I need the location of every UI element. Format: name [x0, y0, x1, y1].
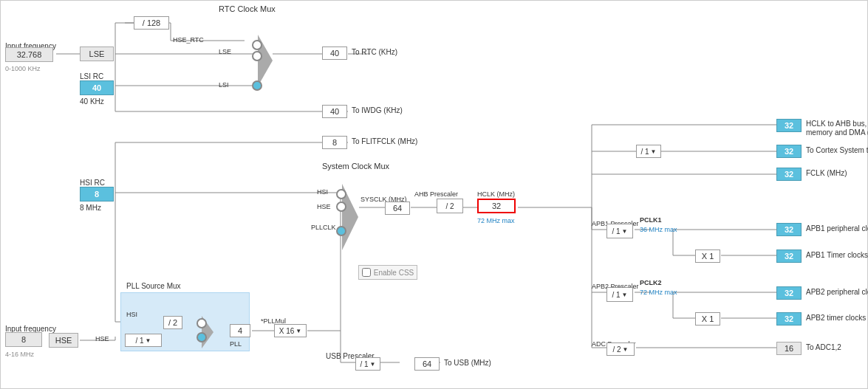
lse-mux-label: LSE [219, 47, 231, 55]
div128-box: / 128 [134, 16, 169, 30]
apb1-prescaler-dropdown[interactable]: / 1 ▼ [606, 224, 633, 238]
flitfclk-value: 8 [322, 136, 347, 149]
enable-css-checkbox[interactable] [362, 268, 371, 277]
pll-mux-hse-selector[interactable] [197, 332, 207, 342]
apb1-peri-out-value: 32 [776, 223, 802, 236]
flitfclk-label: To FLITFCLK (MHz) [352, 137, 417, 145]
rtc-mux-lsi-selector[interactable] [252, 80, 262, 91]
apb1-timer-out-value: 32 [776, 249, 802, 263]
lse-box: LSE [80, 47, 114, 61]
rtc-clock-mux-label: RTC Clock Mux [219, 4, 276, 13]
pll-hse-label: HSE [95, 334, 109, 342]
pll-value: 4 [230, 324, 250, 337]
hclk-label-text: HCLK (MHz) [477, 189, 515, 198]
clock-diagram: Input frequency 32.768 0-1000 KHz LSE LS… [0, 0, 868, 389]
apb2-peri-out-label: APB2 peripheral clocks (MHz) [806, 287, 868, 296]
hclk-ahb-out-value: 32 [776, 119, 802, 132]
input-freq-top-value[interactable]: 32.768 [5, 47, 53, 62]
apb2-timer-out-label: APB2 timer clocks (MHz) [806, 313, 868, 322]
input-freq-bottom-range: 4-16 MHz [5, 349, 34, 358]
pll-mux-hsi-selector[interactable] [197, 318, 207, 328]
lsi-mux-label: LSI [219, 80, 229, 89]
apb2-timer-out-value: 32 [776, 312, 802, 326]
pll-hse-div-dropdown[interactable]: / 1 ▼ [125, 334, 162, 347]
usb-out-label: To USB (MHz) [444, 358, 491, 367]
ahb-prescaler-dropdown[interactable]: / 2 [437, 199, 463, 213]
pll-hsi-label: HSI [126, 309, 137, 318]
system-clock-mux-label: System Clock Mux [322, 162, 389, 171]
pclk1-max: 36 MHz max [640, 224, 677, 233]
usb-out-value: 64 [414, 357, 440, 371]
hsi-sys-label: HSI [317, 187, 328, 196]
usb-div-dropdown[interactable]: / 1 ▼ [355, 357, 380, 371]
cortex-out-label: To Cortex System timer (MHz) [806, 145, 868, 154]
input-freq-top-range: 0-1000 KHz [5, 63, 41, 72]
fclk-out-label: FCLK (MHz) [806, 168, 847, 177]
pclk2-label: PCLK2 [640, 278, 662, 286]
hse-sys-label: HSE [317, 202, 331, 210]
rtc-mux-hse-selector[interactable] [252, 40, 262, 50]
hse-box: HSE [49, 333, 78, 348]
apb1-peri-out-label: APB1 peripheral clocks (MHz) [806, 224, 868, 233]
lsi-rc-subtext: 40 KHz [80, 97, 104, 106]
cortex-out-value: 32 [776, 145, 802, 158]
fclk-out-value: 32 [776, 168, 802, 181]
lsi-rc-label: LSI RC [80, 72, 103, 80]
apb1-timer-out-label: APB1 Timer clocks (MHz) [806, 250, 868, 259]
iwdg-value: 40 [322, 105, 347, 118]
adc-out-label: To ADC1,2 [806, 342, 841, 351]
hclk-max: 72 MHz max [477, 216, 515, 224]
sys-mux-pllclk-selector[interactable] [336, 226, 346, 236]
rtc-out-label: To RTC (KHz) [352, 47, 397, 56]
input-freq-bottom-value[interactable]: 8 [5, 332, 42, 347]
pll-mul-dropdown[interactable]: X 16 ▼ [274, 324, 307, 337]
pll-source-mux-label: PLL Source Mux [126, 281, 181, 290]
rtc-mux-lse-selector[interactable] [252, 51, 262, 61]
ahb-prescaler-label: AHB Prescaler [414, 189, 458, 198]
apb1-timer-mul: X 1 [695, 249, 720, 263]
hsi-rc-label: HSI RC [80, 178, 105, 187]
sysclk-value[interactable]: 64 [385, 202, 410, 215]
pclk2-max: 72 MHz max [640, 287, 677, 296]
rtc-out-value: 40 [322, 47, 347, 60]
apb2-prescaler-dropdown[interactable]: / 1 ▼ [606, 287, 633, 302]
enable-css-button[interactable]: Enable CSS [358, 265, 417, 280]
hclk-ahb-out-label: HCLK to AHB bus, core, [806, 119, 868, 128]
hsi-rc-subtext: 8 MHz [80, 203, 101, 212]
iwdg-label: To IWDG (KHz) [352, 106, 403, 114]
cortex-div-dropdown[interactable]: / 1 ▼ [636, 145, 661, 158]
hsi-rc-value: 8 [80, 187, 114, 202]
pllclk-label: PLLCLK [311, 222, 336, 231]
pclk1-label: PCLK1 [640, 215, 662, 224]
apb2-timer-mul: X 1 [695, 312, 720, 326]
apb2-peri-out-value: 32 [776, 286, 802, 300]
hclk-ahb-out-label2: memory and DMA (MHz) [806, 128, 868, 137]
hse-rtc-label: HSE_RTC [173, 35, 204, 44]
sys-mux-hse-selector[interactable] [336, 202, 346, 212]
hclk-value[interactable]: 32 [477, 199, 516, 213]
adc-out-value: 16 [776, 342, 802, 355]
lsi-rc-value: 40 [80, 80, 114, 95]
adc-prescaler-dropdown[interactable]: / 2 ▼ [606, 342, 635, 356]
pll-label: PLL [230, 339, 242, 348]
pll-div2-box: / 2 [163, 316, 182, 329]
sys-mux-hsi-selector[interactable] [336, 189, 346, 199]
